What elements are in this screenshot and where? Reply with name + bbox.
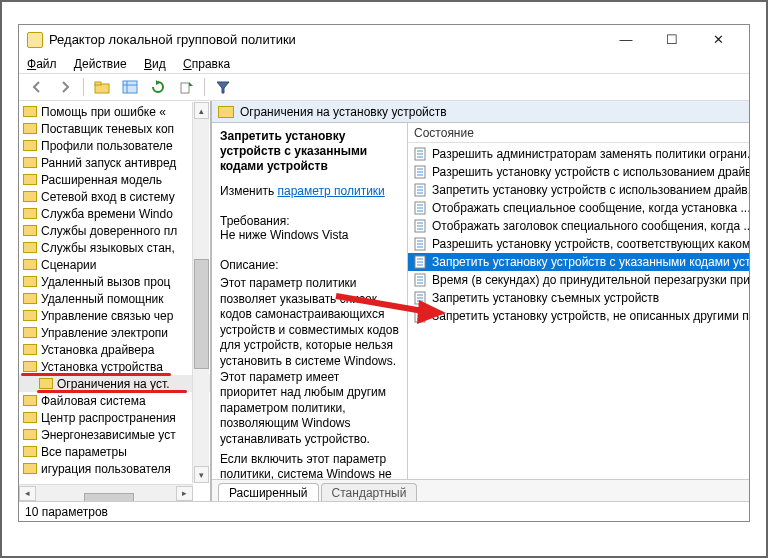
tree-item[interactable]: Удаленный помощник (19, 290, 210, 307)
tree-item-label: Службы языковых стан, (41, 241, 175, 255)
list-item-label: Отображать заголовок специального сообще… (432, 219, 749, 233)
list-item-label: Запретить установку устройств с использо… (432, 183, 749, 197)
tree-item-label: Все параметры (41, 445, 127, 459)
list-item[interactable]: Запретить установку съемных устройств (408, 289, 749, 307)
folder-icon (23, 429, 37, 440)
content-header: Ограничения на установку устройств (212, 101, 749, 123)
tree-panel[interactable]: Помощь при ошибке «Поставщик теневых коп… (19, 101, 211, 501)
list-item[interactable]: Разрешить установку устройств, соответст… (408, 235, 749, 253)
list-item[interactable]: Запретить установку устройств, не описан… (408, 307, 749, 325)
policy-icon (412, 219, 428, 233)
policy-icon (412, 201, 428, 215)
tree-item[interactable]: Расширенная модель (19, 171, 210, 188)
tree-item[interactable]: игурация пользователя (19, 460, 210, 477)
tree-item[interactable]: Файловая система (19, 392, 210, 409)
tree-item-label: Энергонезависимые уст (41, 428, 176, 442)
tree-item-label: Ограничения на уст. (57, 377, 169, 391)
folder-icon (23, 327, 37, 338)
forward-button[interactable] (53, 76, 77, 98)
folder-icon (23, 106, 37, 117)
titlebar: Редактор локальной групповой политики — … (19, 25, 749, 55)
tab-standard[interactable]: Стандартный (321, 483, 418, 501)
folder-icon (23, 191, 37, 202)
tree-item[interactable]: Центр распространения (19, 409, 210, 426)
tree-item[interactable]: Управление электропи (19, 324, 210, 341)
tree-item[interactable]: Сетевой вход в систему (19, 188, 210, 205)
tree-item[interactable]: Сценарии (19, 256, 210, 273)
edit-policy-link[interactable]: параметр политики (277, 184, 384, 198)
scroll-left-icon[interactable]: ◂ (19, 486, 36, 501)
menu-action[interactable]: Действие (74, 57, 127, 71)
list-item[interactable]: Запретить установку устройств с указанны… (408, 253, 749, 271)
list-body[interactable]: Разрешить администраторам заменять полит… (408, 143, 749, 479)
tree-item[interactable]: Поставщик теневых коп (19, 120, 210, 137)
menu-file[interactable]: Файл (27, 57, 57, 71)
tree-item-label: Расширенная модель (41, 173, 162, 187)
tree-item-label: Профили пользователе (41, 139, 173, 153)
menu-help[interactable]: Справка (183, 57, 230, 71)
list-item[interactable]: Разрешить установку устройств с использо… (408, 163, 749, 181)
list-item-label: Отображать специальное сообщение, когда … (432, 201, 749, 215)
tree-item-label: Центр распространения (41, 411, 176, 425)
folder-icon (23, 208, 37, 219)
folder-button[interactable] (90, 76, 114, 98)
content-header-label: Ограничения на установку устройств (240, 105, 447, 119)
tree-item[interactable]: Энергонезависимые уст (19, 426, 210, 443)
folder-icon (23, 140, 37, 151)
export-button[interactable] (174, 76, 198, 98)
tree-item-label: Помощь при ошибке « (41, 105, 166, 119)
folder-icon (23, 446, 37, 457)
menu-view[interactable]: Вид (144, 57, 166, 71)
list-view-button[interactable] (118, 76, 142, 98)
description-pane: Запретить установку устройств с указанны… (212, 123, 408, 479)
statusbar: 10 параметров (19, 501, 749, 521)
scroll-right-icon[interactable]: ▸ (176, 486, 193, 501)
list-item[interactable]: Отображать специальное сообщение, когда … (408, 199, 749, 217)
annotation-underline (21, 373, 171, 376)
tree-item[interactable]: Служба времени Windo (19, 205, 210, 222)
list-pane[interactable]: Состояние Разрешить администраторам заме… (408, 123, 749, 479)
svg-marker-7 (189, 82, 193, 86)
tree-item[interactable]: Профили пользователе (19, 137, 210, 154)
tree-item[interactable]: Ранний запуск антивред (19, 154, 210, 171)
list-item[interactable]: Запретить установку устройств с использо… (408, 181, 749, 199)
tree-item-label: Поставщик теневых коп (41, 122, 174, 136)
policy-icon (412, 183, 428, 197)
folder-icon (218, 106, 234, 118)
tree-item[interactable]: Службы доверенного пл (19, 222, 210, 239)
minimize-button[interactable]: — (603, 25, 649, 55)
tree-item[interactable]: Все параметры (19, 443, 210, 460)
tree-item[interactable]: Установка драйвера (19, 341, 210, 358)
tree-h-scrollbar[interactable]: ◂ ▸ (19, 484, 193, 501)
tree-item[interactable]: Помощь при ошибке « (19, 103, 210, 120)
scroll-up-icon[interactable]: ▴ (194, 102, 209, 119)
tree-item[interactable]: Удаленный вызов проц (19, 273, 210, 290)
list-item[interactable]: Время (в секундах) до принудительной пер… (408, 271, 749, 289)
filter-button[interactable] (211, 76, 235, 98)
tree-item-label: Сценарии (41, 258, 96, 272)
back-button[interactable] (25, 76, 49, 98)
tree-item[interactable]: Службы языковых стан, (19, 239, 210, 256)
tree-v-scrollbar[interactable]: ▴ ▾ (192, 102, 209, 483)
refresh-button[interactable] (146, 76, 170, 98)
scroll-down-icon[interactable]: ▾ (194, 466, 209, 483)
folder-icon (23, 293, 37, 304)
policy-icon (412, 255, 428, 269)
edit-policy-link-line: Изменить параметр политики (220, 184, 399, 198)
folder-icon (23, 412, 37, 423)
tab-extended[interactable]: Расширенный (218, 483, 319, 501)
folder-icon (23, 276, 37, 287)
list-item-label: Разрешить установку устройств с использо… (432, 165, 749, 179)
list-item[interactable]: Разрешить администраторам заменять полит… (408, 145, 749, 163)
maximize-button[interactable]: ☐ (649, 25, 695, 55)
policy-icon (412, 291, 428, 305)
close-button[interactable]: ✕ (695, 25, 741, 55)
folder-icon (23, 259, 37, 270)
folder-icon (23, 123, 37, 134)
menubar: Файл Действие Вид Справка (19, 55, 749, 73)
tree-item[interactable]: Управление связью чер (19, 307, 210, 324)
list-item-label: Запретить установку устройств с указанны… (432, 255, 749, 269)
col-state[interactable]: Состояние (412, 124, 480, 142)
list-item[interactable]: Отображать заголовок специального сообще… (408, 217, 749, 235)
tree-item-label: Служба времени Windo (41, 207, 173, 221)
